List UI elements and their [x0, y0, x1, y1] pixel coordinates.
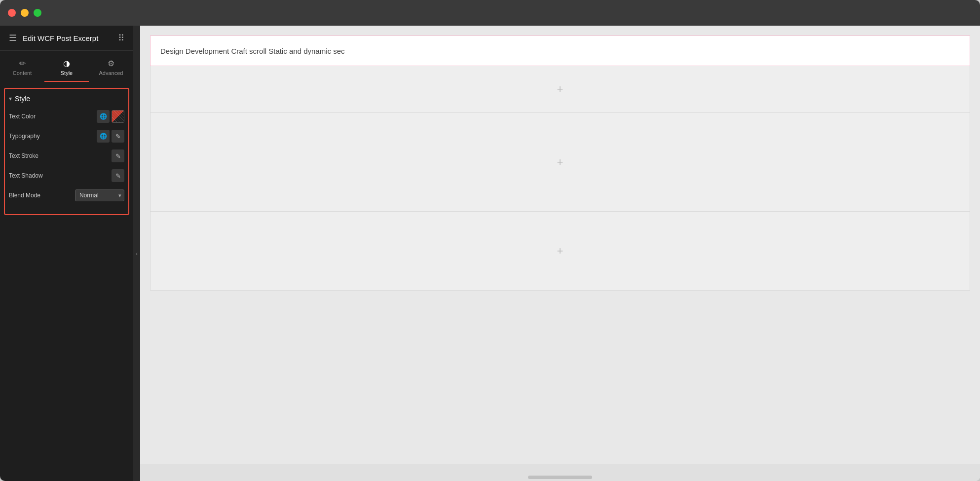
text-stroke-row: Text Stroke ✎ — [9, 149, 124, 163]
maximize-button[interactable] — [34, 9, 41, 17]
globe-icon-typography: 🌐 — [100, 133, 107, 140]
canvas-area: Design Development Craft scroll Static a… — [140, 36, 980, 481]
text-stroke-pencil-btn[interactable]: ✎ — [112, 149, 124, 162]
tabs-bar: ✏ Content ◑ Style ⚙ Advanced — [0, 51, 133, 82]
add-section-plus-2[interactable]: + — [557, 156, 564, 169]
text-color-globe-btn[interactable]: 🌐 — [97, 110, 110, 123]
pencil-icon-stroke: ✎ — [115, 152, 121, 160]
add-section-plus-3[interactable]: + — [557, 245, 564, 258]
horizontal-scrollbar[interactable] — [528, 476, 592, 479]
grid-icon[interactable]: ⠿ — [118, 33, 124, 43]
style-tab-label: Style — [61, 70, 73, 76]
blend-mode-controls: Normal Multiply Screen Overlay Darken Li… — [75, 189, 124, 201]
pencil-icon-typography: ✎ — [115, 133, 121, 140]
bottom-section: + — [150, 212, 970, 291]
titlebar — [0, 0, 980, 26]
typography-pencil-btn[interactable]: ✎ — [112, 130, 124, 143]
mid-section-2: + — [150, 113, 970, 212]
text-shadow-label: Text Shadow — [9, 172, 43, 179]
tab-content[interactable]: ✏ Content — [0, 55, 44, 82]
blend-mode-row: Blend Mode Normal Multiply Screen Overla… — [9, 188, 124, 202]
style-section-title: Style — [15, 95, 30, 103]
add-section-plus-1[interactable]: + — [557, 83, 564, 96]
text-color-swatch[interactable] — [112, 110, 124, 123]
typography-row: Typography 🌐 ✎ — [9, 129, 124, 143]
style-panel: ▾ Style Text Color 🌐 — [0, 82, 133, 219]
chevron-left-icon: ‹ — [136, 251, 138, 257]
minimize-button[interactable] — [21, 9, 29, 17]
blend-mode-select[interactable]: Normal Multiply Screen Overlay Darken Li… — [75, 189, 124, 201]
text-stroke-controls: ✎ — [112, 149, 124, 162]
traffic-lights — [8, 9, 41, 17]
text-color-row: Text Color 🌐 — [9, 110, 124, 123]
typography-controls: 🌐 ✎ — [97, 130, 124, 143]
bottom-bar — [140, 464, 980, 481]
globe-icon: 🌐 — [100, 113, 107, 120]
section-arrow-icon: ▾ — [9, 95, 12, 102]
sidebar: ☰ Edit WCF Post Excerpt ⠿ ✏ Content ◑ St… — [0, 26, 133, 481]
content-tab-label: Content — [13, 70, 32, 76]
text-shadow-controls: ✎ — [112, 169, 124, 182]
advanced-tab-label: Advanced — [99, 70, 123, 76]
tab-style[interactable]: ◑ Style — [44, 55, 89, 82]
advanced-tab-icon: ⚙ — [108, 59, 114, 68]
close-button[interactable] — [8, 9, 16, 17]
main-canvas: Design Development Craft scroll Static a… — [140, 26, 980, 481]
sidebar-collapse-handle[interactable]: ‹ — [133, 26, 140, 481]
text-color-controls: 🌐 — [97, 110, 124, 123]
app-window: ☰ Edit WCF Post Excerpt ⠿ ✏ Content ◑ St… — [0, 0, 980, 481]
text-color-label: Text Color — [9, 113, 36, 120]
style-section-header[interactable]: ▾ Style — [9, 95, 124, 103]
style-tab-icon: ◑ — [63, 59, 70, 68]
typography-globe-btn[interactable]: 🌐 — [97, 130, 110, 143]
style-section-box: ▾ Style Text Color 🌐 — [4, 88, 129, 215]
sidebar-title: Edit WCF Post Excerpt — [23, 34, 98, 42]
pencil-icon-shadow: ✎ — [115, 172, 121, 180]
text-stroke-label: Text Stroke — [9, 152, 38, 159]
sidebar-header-left: ☰ Edit WCF Post Excerpt — [9, 33, 98, 43]
excerpt-content: Design Development Craft scroll Static a… — [151, 36, 970, 66]
tab-advanced[interactable]: ⚙ Advanced — [89, 55, 133, 82]
hamburger-icon[interactable]: ☰ — [9, 33, 17, 43]
sidebar-header: ☰ Edit WCF Post Excerpt ⠿ — [0, 26, 133, 51]
excerpt-text: Design Development Craft scroll Static a… — [160, 47, 345, 55]
blend-mode-label: Blend Mode — [9, 192, 40, 199]
mid-section-1: + — [150, 66, 970, 113]
blend-mode-select-wrapper: Normal Multiply Screen Overlay Darken Li… — [75, 189, 124, 201]
excerpt-section: Design Development Craft scroll Static a… — [150, 36, 970, 66]
window-body: ☰ Edit WCF Post Excerpt ⠿ ✏ Content ◑ St… — [0, 26, 980, 481]
text-shadow-pencil-btn[interactable]: ✎ — [112, 169, 124, 182]
content-tab-icon: ✏ — [19, 59, 26, 68]
text-shadow-row: Text Shadow ✎ — [9, 169, 124, 183]
typography-label: Typography — [9, 133, 40, 140]
